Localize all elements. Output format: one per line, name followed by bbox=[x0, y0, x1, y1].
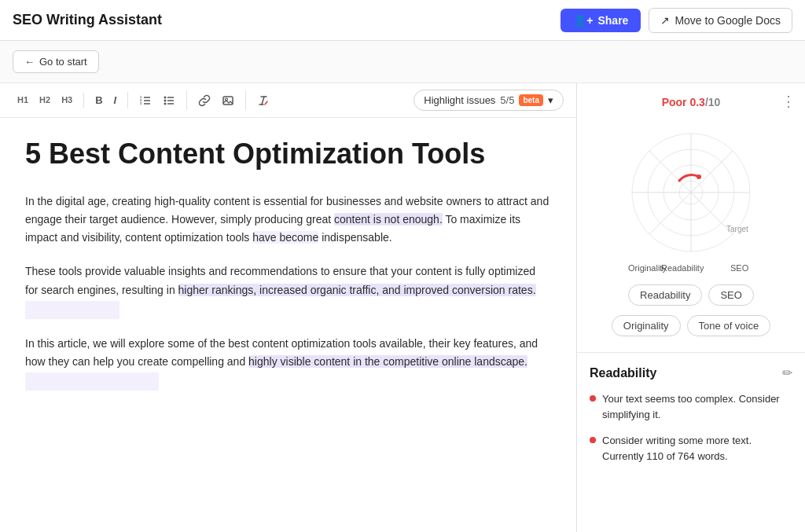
share-icon: 👤+ bbox=[573, 14, 593, 27]
italic-button[interactable]: I bbox=[109, 92, 122, 108]
h3-button[interactable]: H3 bbox=[57, 93, 77, 108]
originality-pill[interactable]: Originality bbox=[612, 315, 681, 336]
main-layout: H1 H2 H3 B I 1 2 3 bbox=[0, 83, 805, 532]
category-pills: Readability SEO bbox=[616, 278, 766, 315]
svg-text:Originality: Originality bbox=[628, 263, 667, 273]
go-start-button[interactable]: ← Go to start bbox=[13, 50, 99, 73]
header-actions: 👤+ Share ↗ Move to Google Docs bbox=[561, 8, 792, 33]
svg-point-7 bbox=[164, 99, 167, 101]
beta-badge: beta bbox=[519, 94, 543, 106]
svg-text:SEO: SEO bbox=[730, 263, 749, 273]
edit-icon[interactable]: ✏ bbox=[782, 365, 792, 380]
paragraph-2: These tools provide valuable insights an… bbox=[25, 262, 551, 318]
readability-dot-1 bbox=[590, 395, 596, 402]
readability-header: Readability ✏ bbox=[590, 365, 792, 380]
heading-group: H1 H2 H3 bbox=[13, 93, 84, 108]
highlight-chevron-icon: ▾ bbox=[548, 94, 553, 106]
panel-menu-button[interactable]: ⋮ bbox=[781, 93, 796, 110]
editor-content[interactable]: 5 Best Content Optimization Tools In the… bbox=[0, 118, 576, 532]
readability-items: Your text seems too complex. Consider si… bbox=[590, 391, 792, 464]
readability-text-1: Your text seems too complex. Consider si… bbox=[602, 391, 792, 422]
app-title: SEO Writing Assistant bbox=[13, 12, 162, 28]
highlight-count: 5/5 bbox=[500, 94, 514, 106]
editor-toolbar: H1 H2 H3 B I 1 2 3 bbox=[0, 83, 576, 118]
share-button[interactable]: 👤+ Share bbox=[561, 9, 641, 32]
move-docs-icon: ↗ bbox=[660, 14, 670, 27]
svg-text:Target: Target bbox=[726, 225, 748, 233]
readability-title: Readability bbox=[590, 366, 656, 380]
readability-item-1: Your text seems too complex. Consider si… bbox=[590, 391, 792, 422]
score-section: ⋮ Poor 0.3/10 bbox=[577, 83, 805, 353]
category-pills-2: Originality Tone of voice bbox=[599, 315, 783, 346]
readability-pill[interactable]: Readability bbox=[628, 284, 702, 306]
document-title: 5 Best Content Optimization Tools bbox=[25, 137, 551, 171]
paragraph-1: In the digital age, creating high-qualit… bbox=[25, 193, 551, 247]
bold-button[interactable]: B bbox=[90, 92, 107, 108]
seo-pill[interactable]: SEO bbox=[708, 284, 753, 306]
score-label: Poor 0.3/10 bbox=[662, 96, 721, 108]
image-button[interactable] bbox=[217, 91, 239, 110]
svg-line-14 bbox=[265, 101, 267, 105]
link-button[interactable] bbox=[193, 91, 215, 110]
svg-point-8 bbox=[164, 102, 167, 105]
clear-format-button[interactable] bbox=[252, 91, 274, 110]
readability-dot-2 bbox=[590, 437, 596, 443]
readability-section: Readability ✏ Your text seems too comple… bbox=[577, 353, 805, 476]
app-header: SEO Writing Assistant 👤+ Share ↗ Move to… bbox=[0, 0, 805, 41]
insert-group bbox=[193, 91, 246, 110]
list-group: 1 2 3 bbox=[134, 91, 187, 110]
paragraph-3: In this article, we will explore some of… bbox=[25, 335, 551, 391]
svg-rect-12 bbox=[223, 97, 233, 105]
tone-of-voice-pill[interactable]: Tone of voice bbox=[687, 315, 771, 336]
format-group: B I bbox=[90, 92, 128, 108]
svg-point-6 bbox=[164, 96, 167, 98]
h1-button[interactable]: H1 bbox=[13, 93, 33, 108]
svg-text:Readability: Readability bbox=[661, 263, 704, 273]
readability-text-2: Consider writing some more text. Current… bbox=[602, 433, 792, 464]
right-panel: ⋮ Poor 0.3/10 bbox=[577, 83, 805, 532]
clear-format-group bbox=[252, 91, 281, 110]
go-start-arrow-icon: ← bbox=[24, 56, 35, 68]
readability-item-2: Consider writing some more text. Current… bbox=[590, 433, 792, 464]
go-start-bar: ← Go to start bbox=[0, 41, 805, 83]
ordered-list-button[interactable]: 1 2 3 bbox=[134, 91, 156, 110]
unordered-list-button[interactable] bbox=[158, 91, 180, 110]
move-to-docs-button[interactable]: ↗ Move to Google Docs bbox=[649, 8, 792, 33]
highlight-issues-button[interactable]: Highlight issues 5/5 beta ▾ bbox=[414, 90, 564, 111]
svg-point-23 bbox=[697, 174, 701, 179]
radar-chart: Target Readability SEO Originality bbox=[605, 118, 777, 275]
h2-button[interactable]: H2 bbox=[35, 93, 55, 108]
svg-text:3: 3 bbox=[140, 101, 142, 105]
editor-panel: H1 H2 H3 B I 1 2 3 bbox=[0, 83, 577, 532]
highlight-issues-label: Highlight issues bbox=[424, 94, 495, 106]
